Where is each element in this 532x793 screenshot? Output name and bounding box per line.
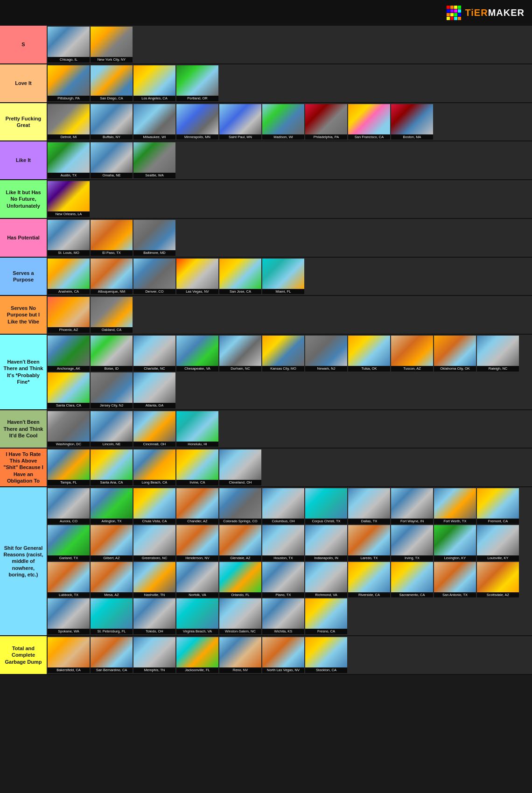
city-item: Bakersfield, CA	[48, 637, 90, 673]
city-name: Norfolk, VA	[176, 592, 218, 598]
city-item: Lincoln, NE	[91, 411, 133, 447]
city-image	[219, 562, 261, 592]
city-item: Orlando, FL	[219, 562, 261, 598]
tier-container: SChicago, ILNew York City, NYLove ItPitt…	[0, 26, 532, 675]
city-image	[434, 336, 476, 366]
city-name: Sacramento, CA	[391, 592, 433, 598]
tier-row-like-it: Like ItAustin, TXOmaha, NESeattle, WA	[0, 141, 532, 180]
city-name: San Diego, CA	[91, 96, 133, 101]
city-image	[391, 525, 433, 555]
city-name: Durham, NC	[219, 366, 261, 372]
city-image	[219, 598, 261, 629]
tier-content-shit-general: Aurora, COArlington, TXChula Vista, CACh…	[47, 487, 532, 635]
city-item: El Paso, TX	[91, 220, 133, 256]
city-image	[48, 372, 90, 403]
city-item: Glendale, AZ	[219, 525, 261, 561]
city-name: Chicago, IL	[48, 57, 90, 63]
city-image	[133, 488, 175, 519]
city-item: Corpus Christi, TX	[305, 488, 347, 524]
city-item: Boston, MA	[391, 104, 433, 140]
city-item: Milwaukee, WI	[133, 104, 175, 140]
city-name: Minneapolis, MN	[176, 134, 218, 140]
city-item: Riverside, CA	[348, 562, 390, 598]
city-image	[348, 562, 390, 592]
city-item: Pittsburgh, PA	[48, 65, 90, 101]
city-item: Seattle, WA	[133, 142, 175, 178]
city-name: Gilbert, AZ	[91, 555, 133, 561]
city-image	[262, 525, 304, 555]
city-image	[305, 488, 347, 519]
tier-label-serves-no-purpose: Serves No Purpose but I Like the Vibe	[0, 296, 47, 334]
city-image	[48, 449, 90, 480]
city-image	[48, 488, 90, 519]
city-image	[219, 336, 261, 366]
city-item: Buffalo, NY	[91, 104, 133, 140]
city-name: Phoenix, AZ	[48, 327, 90, 333]
city-item: Chula Vista, CA	[133, 488, 175, 524]
city-image	[91, 562, 133, 592]
city-name: Washington, DC	[48, 442, 90, 447]
city-name: Fresno, CA	[305, 629, 347, 634]
tier-row-like-it-no-future: Like It but Has No Future, Unfortunately…	[0, 180, 532, 219]
city-name: St. Louis, MO	[48, 250, 90, 256]
city-name: Greensboro, NC	[133, 555, 175, 561]
city-name: Wichita, KS	[262, 629, 304, 634]
city-image	[48, 336, 90, 366]
city-item: Charlotte, NC	[133, 336, 175, 372]
city-item: San Francisco, CA	[348, 104, 390, 140]
city-name: Omaha, NE	[91, 173, 133, 178]
city-name: Chula Vista, CA	[133, 519, 175, 524]
city-name: Milwaukee, WI	[133, 134, 175, 140]
page-wrapper: TiERMAKER SChicago, ILNew York City, NYL…	[0, 0, 532, 675]
city-item: Kansas City, MO	[262, 336, 304, 372]
city-image	[348, 104, 390, 134]
city-name: Anchorage, AK	[48, 366, 90, 372]
city-image	[133, 104, 175, 134]
city-item: San Diego, CA	[91, 65, 133, 101]
city-name: Austin, TX	[48, 173, 90, 178]
city-name: Denver, CO	[133, 289, 175, 295]
city-name: Colorado Springs, CO	[219, 519, 261, 524]
city-image	[48, 220, 90, 250]
city-name: Arlington, TX	[91, 519, 133, 524]
tier-label-havent-been-cool: Haven't Been There and Think It'd Be Coo…	[0, 410, 47, 448]
city-item: Lubbock, TX	[48, 562, 90, 598]
city-image	[391, 488, 433, 519]
city-item: Detroit, MI	[48, 104, 90, 140]
city-name: San Bernardino, CA	[91, 667, 133, 673]
city-item: Cleveland, OH	[219, 449, 261, 485]
city-name: Atlanta, GA	[133, 403, 175, 408]
city-item: Houston, TX	[262, 525, 304, 561]
city-item: Spokane, WA	[48, 598, 90, 634]
city-item: Sacramento, CA	[391, 562, 433, 598]
city-item: Irving, TX	[391, 525, 433, 561]
city-name: Dallas, TX	[348, 519, 390, 524]
tier-row-havent-been-cool: Haven't Been There and Think It'd Be Coo…	[0, 410, 532, 449]
city-item: Los Angeles, CA	[133, 65, 175, 101]
city-image	[434, 488, 476, 519]
tier-label-serves-purpose: Serves a Purpose	[0, 258, 47, 295]
city-item: Nashville, TN	[133, 562, 175, 598]
city-name: Buffalo, NY	[91, 134, 133, 140]
city-image	[91, 297, 133, 327]
city-name: Chesapeake, VA	[176, 366, 218, 372]
city-image	[391, 104, 433, 134]
city-name: Spokane, WA	[48, 629, 90, 634]
city-image	[48, 27, 90, 57]
city-name: Irving, TX	[391, 555, 433, 561]
city-item: Winston-Salem, NC	[219, 598, 261, 634]
city-item: Philadelphia, PA	[305, 104, 347, 140]
city-item: Atlanta, GA	[133, 372, 175, 408]
city-image	[219, 637, 261, 667]
city-name: Saint Paul, MN	[219, 134, 261, 140]
city-item: Madison, WI	[262, 104, 304, 140]
tier-content-love-it: Pittsburgh, PASan Diego, CALos Angeles, …	[47, 64, 532, 102]
city-name: Lincoln, NE	[91, 442, 133, 447]
city-name: Winston-Salem, NC	[219, 629, 261, 634]
city-name: Cincinnati, OH	[133, 442, 175, 447]
city-name: Glendale, AZ	[219, 555, 261, 561]
tier-content-like-it: Austin, TXOmaha, NESeattle, WA	[47, 141, 532, 179]
city-item: Virginia Beach, VA	[176, 598, 218, 634]
city-item: Richmond, VA	[305, 562, 347, 598]
city-name: Long Beach, CA	[133, 480, 175, 485]
